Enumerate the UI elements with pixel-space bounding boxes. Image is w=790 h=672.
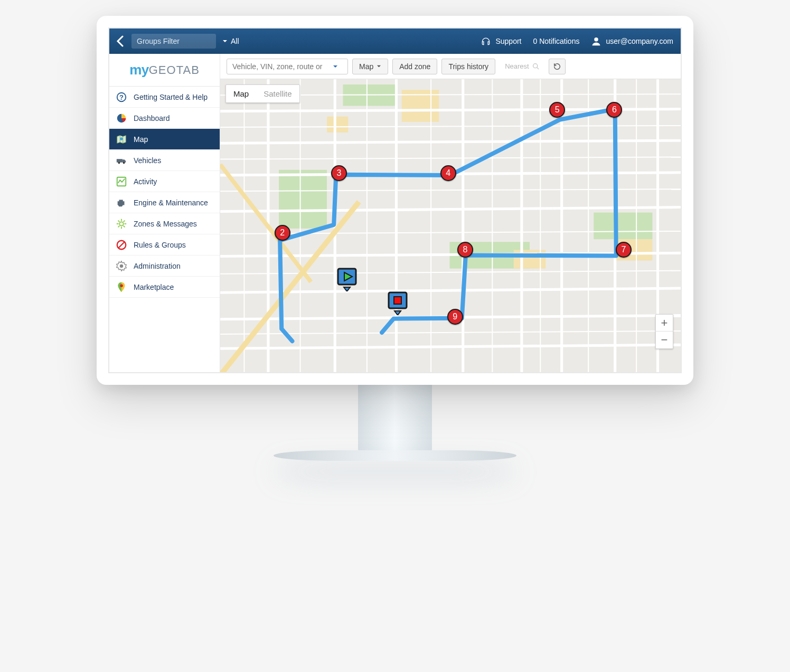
stop-icon <box>394 297 401 304</box>
map-type-map-tab[interactable]: Map <box>226 85 256 102</box>
monitor-stand-base <box>274 450 516 461</box>
nearest-label: Nearest <box>505 62 529 70</box>
sidebar-item-label: Dashboard <box>134 114 170 122</box>
sidebar-item-label: Activity <box>134 177 157 186</box>
headset-icon <box>481 36 491 46</box>
svg-point-20 <box>120 284 123 287</box>
monitor-stand-neck <box>358 385 432 453</box>
logo-part-my: my <box>129 62 149 78</box>
caret-down-icon <box>333 64 338 69</box>
main: Map Add zone Trips history Nearest <box>220 54 681 372</box>
svg-point-21 <box>533 64 537 68</box>
svg-point-3 <box>120 137 123 140</box>
trips-history-button[interactable]: Trips history <box>441 59 495 74</box>
waypoint-8[interactable]: 8 <box>457 242 473 258</box>
body: myGEOTAB ? Getting Started & Help Dashbo… <box>109 54 681 372</box>
svg-line-22 <box>537 68 539 69</box>
sidebar-item-label: Marketplace <box>134 283 174 291</box>
map-dropdown-button[interactable]: Map <box>352 59 388 74</box>
zoom-in-button[interactable]: + <box>656 315 673 332</box>
waypoint-9[interactable]: 9 <box>447 309 463 325</box>
search-icon <box>532 63 539 70</box>
sidebar-item-rules[interactable]: Rules & Groups <box>109 234 220 255</box>
route-stop-pin[interactable] <box>387 291 408 315</box>
svg-line-15 <box>118 225 120 227</box>
prohibit-icon <box>116 239 127 251</box>
zoom-out-button[interactable]: − <box>656 332 673 348</box>
add-zone-label: Add zone <box>399 62 430 71</box>
sidebar-item-help[interactable]: ? Getting Started & Help <box>109 87 220 108</box>
map-type-switch: Map Satellite <box>225 84 300 103</box>
screen-bezel: All Support 0 Notifications user@company… <box>97 16 693 385</box>
waypoint-6[interactable]: 6 <box>606 102 622 118</box>
user-label: user@company.com <box>606 37 673 45</box>
truck-icon <box>116 155 127 166</box>
sidebar-item-dashboard[interactable]: Dashboard <box>109 108 220 129</box>
sidebar: myGEOTAB ? Getting Started & Help Dashbo… <box>109 54 220 372</box>
cog-icon <box>116 260 127 272</box>
map-dropdown-label: Map <box>359 62 373 71</box>
waypoint-4[interactable]: 4 <box>440 165 456 181</box>
activity-icon <box>116 176 127 187</box>
svg-point-19 <box>120 264 123 267</box>
svg-point-6 <box>123 162 125 164</box>
sidebar-item-label: Rules & Groups <box>134 241 186 249</box>
sidebar-item-label: Map <box>134 135 148 144</box>
sidebar-item-marketplace[interactable]: Marketplace <box>109 277 220 298</box>
sidebar-item-admin[interactable]: Administration <box>109 255 220 277</box>
notifications-label: 0 Notifications <box>533 37 580 45</box>
groups-filter-input[interactable] <box>131 34 216 49</box>
caret-down-icon <box>222 39 228 44</box>
gear-icon <box>116 218 127 230</box>
back-button[interactable] <box>112 29 127 54</box>
help-icon: ? <box>116 91 127 103</box>
map-canvas[interactable]: Map Satellite 23456789 <box>220 79 681 372</box>
logo-part-geotab: GEOTAB <box>149 63 200 77</box>
support-link[interactable]: Support <box>481 36 521 46</box>
sidebar-item-label: Zones & Messages <box>134 220 197 228</box>
svg-rect-30 <box>327 117 348 132</box>
all-dropdown-label: All <box>231 37 239 45</box>
search-box[interactable] <box>227 59 348 74</box>
all-dropdown[interactable]: All <box>222 37 239 45</box>
app-window: All Support 0 Notifications user@company… <box>108 27 682 373</box>
sidebar-item-vehicles[interactable]: Vehicles <box>109 150 220 171</box>
waypoint-3[interactable]: 3 <box>331 165 347 181</box>
monitor-frame: All Support 0 Notifications user@company… <box>97 16 693 461</box>
search-input[interactable] <box>232 62 333 71</box>
sidebar-item-engine[interactable]: Engine & Maintenance <box>109 192 220 213</box>
map-background <box>220 79 681 372</box>
sidebar-item-label: Vehicles <box>134 156 161 165</box>
svg-line-14 <box>124 225 125 227</box>
sidebar-item-zones[interactable]: Zones & Messages <box>109 213 220 234</box>
svg-line-13 <box>118 220 120 222</box>
waypoint-7[interactable]: 7 <box>616 242 632 258</box>
nearest-search[interactable]: Nearest <box>500 59 544 74</box>
svg-line-16 <box>124 220 125 222</box>
svg-point-5 <box>118 162 120 164</box>
sidebar-item-activity[interactable]: Activity <box>109 171 220 192</box>
svg-rect-4 <box>117 159 123 162</box>
sidebar-item-label: Engine & Maintenance <box>134 198 208 207</box>
sidebar-item-label: Administration <box>134 262 181 270</box>
logo: myGEOTAB <box>109 54 220 87</box>
reload-button[interactable] <box>549 59 566 74</box>
user-menu[interactable]: user@company.com <box>591 36 673 46</box>
svg-rect-26 <box>594 213 652 240</box>
map-type-satellite-tab[interactable]: Satellite <box>256 85 299 102</box>
sidebar-item-map[interactable]: Map <box>109 129 220 150</box>
svg-line-18 <box>119 242 125 248</box>
reload-icon <box>553 62 561 71</box>
route-start-pin[interactable] <box>336 267 358 291</box>
toolbar: Map Add zone Trips history Nearest <box>220 54 681 79</box>
svg-text:?: ? <box>119 93 124 101</box>
chevron-left-icon <box>116 35 124 47</box>
add-zone-button[interactable]: Add zone <box>392 59 437 74</box>
svg-rect-24 <box>279 170 327 229</box>
pie-chart-icon <box>116 112 127 124</box>
svg-point-8 <box>119 222 123 225</box>
notifications-link[interactable]: 0 Notifications <box>533 37 580 45</box>
waypoint-2[interactable]: 2 <box>275 225 290 241</box>
engine-icon <box>116 197 127 209</box>
waypoint-5[interactable]: 5 <box>549 102 565 118</box>
